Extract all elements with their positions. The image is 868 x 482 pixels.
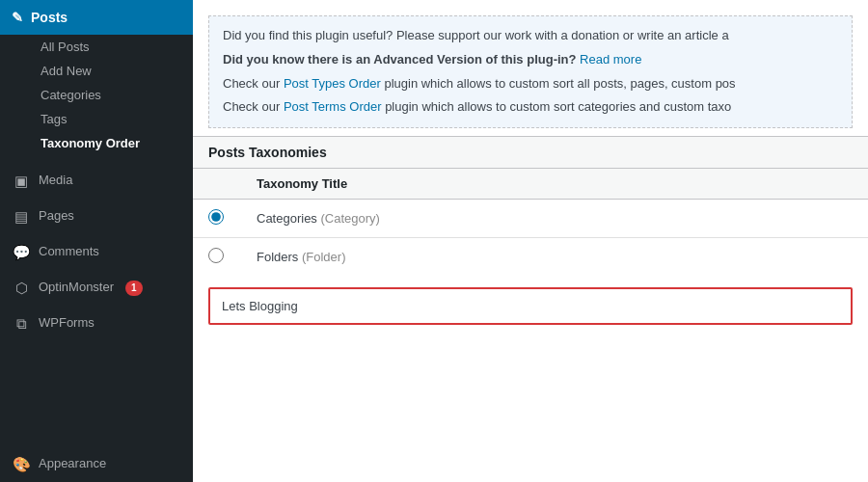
lets-blogging-section: Lets Blogging — [208, 287, 853, 325]
notice-line3: Check our Post Types Order plugin which … — [223, 74, 838, 94]
sidebar-item-add-new[interactable]: Add New — [0, 59, 193, 83]
sidebar-item-categories[interactable]: Categories — [0, 83, 193, 107]
post-types-order-link[interactable]: Post Types Order — [284, 76, 381, 91]
plugin-notice: Did you find this plugin useful? Please … — [208, 15, 853, 128]
sidebar: ✎ Posts All Posts Add New Categories Tag… — [0, 0, 193, 482]
posts-icon: ✎ — [12, 10, 23, 25]
sidebar-item-appearance[interactable]: 🎨 Appearance — [0, 446, 193, 482]
radio-categories[interactable] — [208, 209, 224, 225]
wpforms-icon: ⧉ — [12, 313, 31, 334]
post-terms-order-link[interactable]: Post Terms Order — [284, 99, 382, 114]
main-content: Did you find this plugin useful? Please … — [193, 0, 868, 482]
notice-line1: Did you find this plugin useful? Please … — [223, 26, 838, 46]
comments-icon: 💬 — [12, 242, 31, 262]
lets-blogging-label: Lets Blogging — [222, 299, 298, 313]
sidebar-item-pages[interactable]: ▤ Pages — [0, 199, 193, 234]
notice-line4: Check our Post Terms Order plugin which … — [223, 97, 838, 118]
table-cell-radio-categories[interactable] — [193, 200, 241, 238]
sidebar-item-all-posts[interactable]: All Posts — [0, 35, 193, 59]
optinmonster-badge: 1 — [125, 281, 143, 296]
sidebar-item-wpforms[interactable]: ⧉ WPForms — [0, 306, 193, 341]
taxonomy-table: Taxonomy Title Categories (Category) Fol… — [193, 169, 868, 276]
read-more-link[interactable]: Read more — [580, 52, 641, 67]
sidebar-item-taxonomy-order[interactable]: Taxonomy Order — [0, 131, 193, 155]
sidebar-item-tags[interactable]: Tags — [0, 107, 193, 131]
appearance-icon: 🎨 — [12, 454, 31, 474]
table-cell-radio-folders[interactable] — [193, 238, 241, 277]
pages-icon: ▤ — [12, 206, 31, 227]
sidebar-header-label: Posts — [31, 10, 68, 25]
notice-line2: Did you know there is an Advanced Versio… — [223, 50, 838, 70]
table-header-title: Taxonomy Title — [241, 169, 868, 200]
media-icon: ▣ — [12, 171, 31, 191]
table-row: Folders (Folder) — [193, 238, 868, 277]
radio-folders[interactable] — [208, 248, 224, 263]
section-posts-taxonomies: Posts Taxonomies — [193, 136, 868, 169]
sidebar-item-media[interactable]: ▣ Media — [0, 163, 193, 199]
sidebar-posts-header[interactable]: ✎ Posts — [0, 0, 193, 35]
sidebar-posts-submenu: All Posts Add New Categories Tags Taxono… — [0, 35, 193, 155]
table-row: Categories (Category) — [193, 200, 868, 238]
table-cell-categories: Categories (Category) — [241, 200, 868, 238]
sidebar-item-optinmonster[interactable]: ⬡ OptinMonster 1 — [0, 270, 193, 306]
optinmonster-icon: ⬡ — [12, 278, 31, 298]
table-cell-folders: Folders (Folder) — [241, 238, 868, 277]
sidebar-item-comments[interactable]: 💬 Comments — [0, 234, 193, 270]
table-header-radio — [193, 169, 241, 200]
